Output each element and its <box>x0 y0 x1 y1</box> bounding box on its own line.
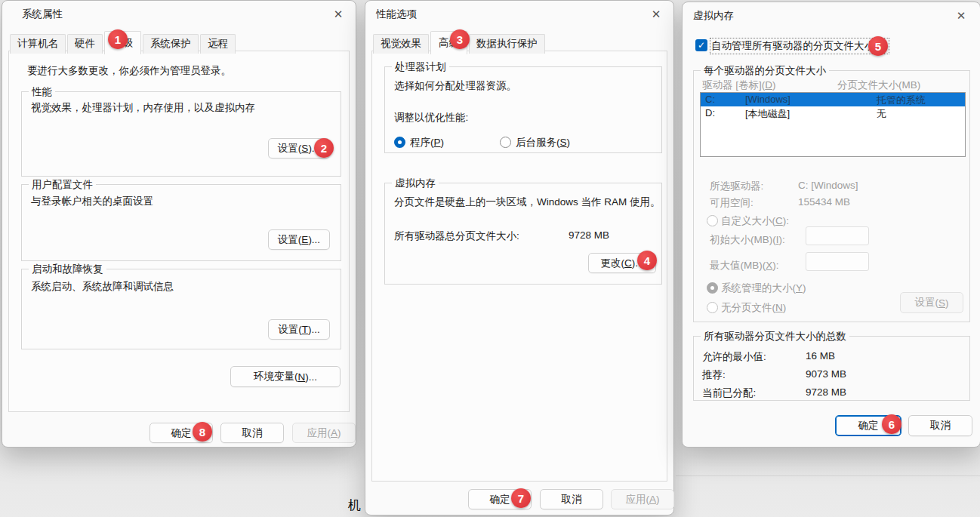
user-profiles-desc: 与登录帐户相关的桌面设置 <box>31 195 153 208</box>
no-paging-file-radio <box>707 302 718 313</box>
group-label: 每个驱动器的分页文件大小 <box>701 64 829 78</box>
dialog-title: 虚拟内存 <box>693 9 734 23</box>
no-paging-file-radio-label: 无分页文件(N) <box>721 301 786 315</box>
selected-drive-value: C: [Windows] <box>798 180 858 191</box>
drive-row-selected[interactable]: C: [Windows] 托管的系统 <box>701 93 965 106</box>
group-label: 性能 <box>29 85 55 99</box>
step-badge-2: 2 <box>314 138 334 158</box>
max-size-input <box>806 252 869 271</box>
min-allowed-label: 允许的最小值: <box>702 350 766 364</box>
close-icon[interactable]: ✕ <box>953 8 969 24</box>
vm-desc: 分页文件是硬盘上的一块区域，Windows 当作 RAM 使用。 <box>394 195 661 209</box>
step-badge-4: 4 <box>637 251 657 270</box>
processor-scheduling-group: 处理器计划 选择如何分配处理器资源。 调整以优化性能: 程序(P) 后台服务(S… <box>384 66 662 153</box>
startup-settings-button[interactable]: 设置(T)... <box>268 319 330 340</box>
apply-button: 应用(A) <box>611 489 674 509</box>
recommended-value: 9073 MB <box>806 368 846 380</box>
step-badge-8: 8 <box>193 422 212 442</box>
totals-group: 所有驱动器分页文件大小的总数 允许的最小值: 16 MB 推荐: 9073 MB… <box>693 336 970 401</box>
user-profiles-group: 用户配置文件 与登录帐户相关的桌面设置 设置(E)... <box>21 184 341 261</box>
drive-paging-size: 无 <box>877 107 886 121</box>
drive-column-header: 驱动器 [卷标](D) <box>702 78 776 92</box>
total-paging-value: 9728 MB <box>569 229 609 241</box>
max-size-label: 最大值(MB)(X): <box>710 259 779 272</box>
auto-manage-checkbox[interactable]: ✓ <box>695 39 707 51</box>
drive-letter: C: <box>705 94 715 105</box>
group-label: 处理器计划 <box>392 60 449 74</box>
user-profiles-settings-button[interactable]: 设置(E)... <box>268 229 330 250</box>
system-managed-radio-label: 系统管理的大小(Y) <box>721 282 806 295</box>
drive-list[interactable]: C: [Windows] 托管的系统 D: [本地磁盘] 无 <box>700 92 966 157</box>
min-allowed-value: 16 MB <box>806 350 835 362</box>
group-label: 启动和故障恢复 <box>29 263 106 276</box>
total-paging-label: 所有驱动器总分页文件大小: <box>394 229 519 243</box>
advanced-tab-page: 要进行大多数更改，你必须作为管理员登录。 性能 视觉效果，处理器计划，内存使用，… <box>8 51 350 412</box>
background-partial-text: 机 <box>348 497 361 514</box>
virtual-memory-group: 虚拟内存 分页文件是硬盘上的一块区域，Windows 当作 RAM 使用。 所有… <box>384 183 662 285</box>
apply-button: 应用(A) <box>292 423 356 443</box>
startup-recovery-desc: 系统启动、系统故障和调试信息 <box>31 280 174 294</box>
initial-size-input <box>806 226 869 245</box>
background-services-radio[interactable] <box>500 137 511 148</box>
auto-manage-checkbox-label[interactable]: 自动管理所有驱动器的分页文件大小(A) <box>711 39 888 53</box>
allocated-label: 当前已分配: <box>702 386 756 400</box>
free-space-label: 可用空间: <box>710 196 753 210</box>
paging-file-size-group: 每个驱动器的分页文件大小 驱动器 [卷标](D) 分页文件大小(MB) C: [… <box>693 70 970 322</box>
step-badge-6: 6 <box>882 414 901 434</box>
programs-radio[interactable] <box>394 137 405 148</box>
drive-letter: D: <box>705 107 715 118</box>
admin-note: 要进行大多数更改，你必须作为管理员登录。 <box>27 64 231 78</box>
system-managed-radio <box>707 282 718 294</box>
recommended-label: 推荐: <box>702 368 726 382</box>
programs-radio-label[interactable]: 程序(P) <box>410 136 444 149</box>
performance-options-dialog: 性能选项 ✕ 视觉效果 高级 数据执行保护 处理器计划 选择如何分配处理器资源。… <box>365 0 674 515</box>
close-icon[interactable]: ✕ <box>330 6 347 23</box>
startup-recovery-group: 启动和故障恢复 系统启动、系统故障和调试信息 设置(T)... <box>21 269 341 349</box>
performance-desc: 视觉效果，处理器计划，内存使用，以及虚拟内存 <box>31 101 255 115</box>
tab-hardware[interactable]: 硬件 <box>67 34 103 54</box>
close-icon[interactable]: ✕ <box>648 6 664 23</box>
tab-system-protection[interactable]: 系统保护 <box>143 34 199 54</box>
group-label: 虚拟内存 <box>392 177 439 190</box>
tab-dep[interactable]: 数据执行保护 <box>469 34 545 54</box>
drive-row[interactable]: D: [本地磁盘] 无 <box>701 106 965 120</box>
drive-volume: [本地磁盘] <box>745 107 790 121</box>
selected-drive-label: 所选驱动器: <box>710 180 763 193</box>
processor-desc: 选择如何分配处理器资源。 <box>394 79 516 93</box>
free-space-value: 155434 MB <box>798 196 850 208</box>
group-label: 所有驱动器分页文件大小的总数 <box>701 330 849 343</box>
initial-size-label: 初始大小(MB)(I): <box>710 233 785 247</box>
environment-variables-button[interactable]: 环境变量(N)... <box>230 366 341 387</box>
adjust-label: 调整以优化性能: <box>394 111 468 125</box>
cancel-button[interactable]: 取消 <box>220 423 284 443</box>
advanced-tab-page: 处理器计划 选择如何分配处理器资源。 调整以优化性能: 程序(P) 后台服务(S… <box>371 51 667 482</box>
drive-volume: [Windows] <box>745 94 790 105</box>
step-badge-7: 7 <box>511 488 531 508</box>
system-properties-dialog: 系统属性 ✕ 计算机名 硬件 高级 系统保护 远程 要进行大多数更改，你必须作为… <box>2 0 356 448</box>
drive-paging-size: 托管的系统 <box>877 94 926 107</box>
dialog-title: 系统属性 <box>22 8 63 21</box>
step-badge-5: 5 <box>868 36 888 56</box>
background-window-edge <box>676 475 980 476</box>
dialog-title: 性能选项 <box>376 8 417 21</box>
allocated-value: 9728 MB <box>806 386 846 398</box>
custom-size-radio-label: 自定义大小(C): <box>721 214 789 228</box>
group-label: 用户配置文件 <box>29 178 96 192</box>
cancel-button[interactable]: 取消 <box>540 489 603 509</box>
step-badge-1: 1 <box>108 29 128 49</box>
set-button: 设置(S) <box>900 292 963 313</box>
virtual-memory-dialog: 虚拟内存 ✕ ✓ 自动管理所有驱动器的分页文件大小(A) 每个驱动器的分页文件大… <box>682 2 980 448</box>
tab-remote[interactable]: 远程 <box>200 34 236 54</box>
background-services-radio-label[interactable]: 后台服务(S) <box>516 136 570 149</box>
size-column-header: 分页文件大小(MB) <box>837 78 920 92</box>
custom-size-radio <box>707 215 718 226</box>
cancel-button[interactable]: 取消 <box>908 415 972 436</box>
tab-visual-effects[interactable]: 视觉效果 <box>373 34 429 54</box>
desktop: { "icons": { "close": "✕", "check": "✓" … <box>0 0 980 517</box>
tab-computer-name[interactable]: 计算机名 <box>10 34 66 54</box>
step-badge-3: 3 <box>450 29 470 49</box>
performance-group: 性能 视觉效果，处理器计划，内存使用，以及虚拟内存 设置(S)... <box>21 91 341 177</box>
